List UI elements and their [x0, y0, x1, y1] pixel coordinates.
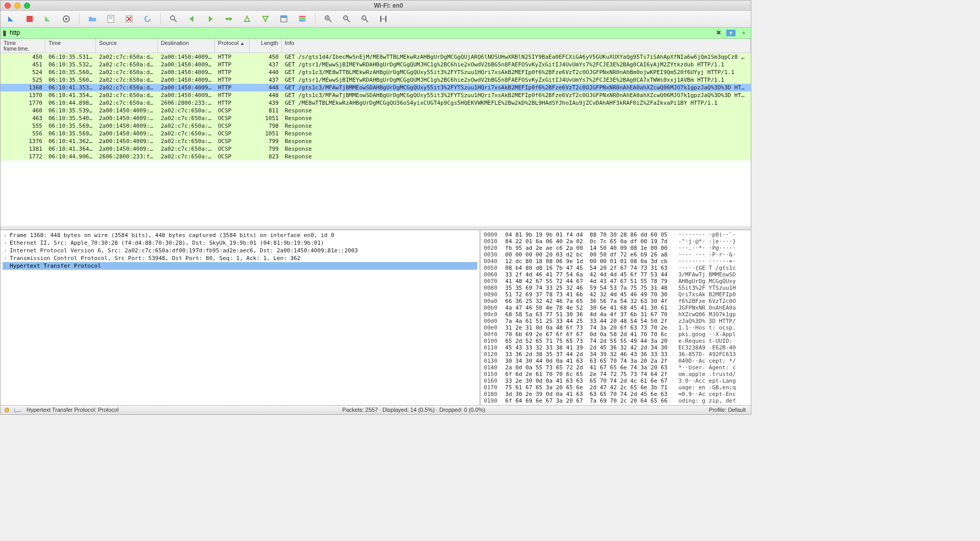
hex-row[interactable]: 00f070 6b 69 2e 67 6f 6f 67 0d 0a 58 2d …: [484, 331, 748, 338]
detail-row[interactable]: Frame 1368: 448 bytes on wire (3584 bits…: [3, 231, 477, 239]
column-header-no-line1[interactable]: Time: [4, 40, 16, 46]
packet-row[interactable]: 137006:10:41.3543022a02:c7c:650a:df0…2a0…: [1, 91, 751, 99]
hex-row[interactable]: 000004 81 9b 19 9b 01 f4 d4 88 70 30 28 …: [484, 231, 748, 238]
detail-row[interactable]: Transmission Control Protocol, Src Port:…: [3, 254, 477, 262]
detail-row[interactable]: Ethernet II, Src: Apple_70:30:28 (f4:d4:…: [3, 239, 477, 247]
hex-row[interactable]: 001084 22 01 6a 06 40 2a 02 0c 7c 65 0a …: [484, 238, 748, 245]
packet-row[interactable]: 52506:10:35.5607722a02:c7c:650a:df0…2a00…: [1, 76, 751, 84]
add-filter-button[interactable]: ＋: [739, 29, 749, 37]
reload-button[interactable]: [142, 13, 153, 25]
close-file-button[interactable]: [124, 13, 135, 25]
go-forward-button[interactable]: [205, 13, 216, 25]
clear-filter-button[interactable]: ✖: [714, 29, 723, 36]
status-left-text: Hypertext Transfer Protocol: Protocol: [27, 407, 118, 413]
svg-rect-1: [27, 16, 33, 22]
status-bar: Hypertext Transfer Protocol: Protocol Pa…: [1, 405, 751, 414]
packet-list-header[interactable]: Time frame.time. Time Source Destination…: [1, 39, 751, 53]
hex-row[interactable]: 007041 48 42 67 55 72 44 67 4d 43 47 67 …: [484, 278, 748, 285]
column-header-no-line2[interactable]: frame.time.: [4, 46, 29, 52]
hex-row[interactable]: 00a066 36 25 32 42 46 7a 65 36 56 7a 54 …: [484, 298, 748, 304]
svg-marker-13: [189, 16, 193, 22]
capture-options-button[interactable]: [61, 13, 72, 25]
open-file-button[interactable]: [87, 13, 98, 25]
hex-row[interactable]: 00b04a 47 46 50 4e 78 4e 52 30 6e 41 68 …: [484, 304, 748, 311]
start-capture-button[interactable]: [6, 13, 17, 25]
hex-row[interactable]: 01803d 30 2e 39 0d 0a 41 63 63 65 70 74 …: [484, 391, 748, 397]
go-back-button[interactable]: [186, 13, 198, 25]
hex-row[interactable]: 016033 2e 30 0d 0a 41 63 63 65 70 74 2d …: [484, 378, 748, 384]
svg-marker-18: [263, 16, 268, 21]
detail-row[interactable]: Hypertext Transfer Protocol: [3, 262, 477, 270]
packet-row[interactable]: 45006:10:35.5314352a02:c7c:650a:df0…2a00…: [1, 53, 751, 61]
filter-bookmark-icon[interactable]: ▮: [3, 29, 7, 37]
maximize-window-button[interactable]: [24, 3, 30, 9]
hex-row[interactable]: 010065 2d 52 65 71 75 65 73 74 2d 55 55 …: [484, 338, 748, 344]
go-first-button[interactable]: [241, 13, 253, 25]
hex-row[interactable]: 01402a 0d 0a 55 73 65 72 2d 41 67 65 6e …: [484, 364, 748, 371]
auto-scroll-button[interactable]: [278, 13, 289, 25]
hex-row[interactable]: 004012 dc 80 18 08 06 9e 1d 00 00 01 01 …: [484, 258, 748, 265]
packet-row[interactable]: 46306:10:35.5400562a00:1450:4009:81…2a02…: [1, 114, 751, 122]
hex-row[interactable]: 005008 b4 80 d8 16 7b 47 45 54 20 2f 67 …: [484, 265, 748, 271]
column-header-protocol[interactable]: Protocol▲: [215, 39, 250, 53]
find-packet-button[interactable]: [168, 13, 179, 25]
edit-capture-comment-icon[interactable]: [14, 408, 22, 412]
column-header-time[interactable]: Time: [45, 39, 96, 53]
svg-rect-21: [299, 16, 305, 17]
column-header-info[interactable]: Info: [282, 39, 751, 53]
hex-row[interactable]: 009051 72 69 37 78 73 41 6b 42 32 4d 45 …: [484, 291, 748, 298]
packet-row[interactable]: 136806:10:41.3536092a02:c7c:650a:df0…2a0…: [1, 84, 751, 91]
hex-row[interactable]: 013030 34 30 44 0d 0a 41 63 63 65 70 74 …: [484, 358, 748, 364]
zoom-in-button[interactable]: [323, 13, 334, 25]
packet-bytes-pane[interactable]: 000004 81 9b 19 9b 01 f4 d4 88 70 30 28 …: [481, 230, 751, 405]
packet-row[interactable]: 46006:10:35.5397612a00:1450:4009:81…2a02…: [1, 107, 751, 114]
packet-row[interactable]: 55506:10:35.5696642a00:1450:4009:81…2a02…: [1, 122, 751, 130]
svg-rect-5: [108, 15, 114, 22]
hex-row[interactable]: 01906f 64 69 6e 67 3a 20 67 7a 69 70 2c …: [484, 397, 748, 404]
svg-line-29: [347, 19, 350, 22]
zoom-out-button[interactable]: [341, 13, 352, 25]
column-header-length[interactable]: Length: [250, 39, 282, 53]
restart-capture-button[interactable]: [42, 13, 54, 25]
hex-row[interactable]: 003000 00 00 00 20 03 d2 bc 00 50 df 72 …: [484, 251, 748, 258]
packet-row[interactable]: 55606:10:35.5696652a00:1450:4009:81…2a02…: [1, 130, 751, 137]
zoom-reset-button[interactable]: 1: [359, 13, 371, 25]
svg-marker-16: [230, 17, 232, 21]
go-to-packet-button[interactable]: [223, 13, 234, 25]
packet-row[interactable]: 138106:10:41.3640292a00:1450:4009:81…2a0…: [1, 145, 751, 153]
svg-line-32: [365, 19, 368, 22]
svg-line-25: [329, 19, 331, 22]
hex-row[interactable]: 012033 36 2d 38 35 37 44 2d 34 39 32 46 …: [484, 351, 748, 358]
stop-capture-button[interactable]: [24, 13, 35, 25]
go-last-button[interactable]: [260, 13, 271, 25]
hex-row[interactable]: 01506f 6d 2e 61 70 70 6c 65 2e 74 72 75 …: [484, 371, 748, 378]
hex-row[interactable]: 006033 2f 4d 46 41 77 54 6a 42 4d 4d 45 …: [484, 271, 748, 278]
hex-row[interactable]: 017075 61 67 65 3a 20 65 6e 2d 47 42 2c …: [484, 384, 748, 391]
hex-row[interactable]: 00e031 2e 31 0d 0a 48 6f 73 74 3a 20 6f …: [484, 324, 748, 331]
colorize-button[interactable]: [297, 13, 308, 25]
packet-row[interactable]: 177006:10:44.8983252a02:c7c:650a:df0…260…: [1, 99, 751, 107]
hex-row[interactable]: 008035 35 69 74 33 25 32 46 59 54 53 7a …: [484, 285, 748, 291]
display-filter-input[interactable]: [10, 29, 711, 36]
save-file-button[interactable]: [105, 13, 116, 25]
status-profile[interactable]: Profile: Default: [709, 407, 751, 413]
packet-details-pane[interactable]: Frame 1368: 448 bytes on wire (3584 bits…: [1, 230, 481, 405]
hex-row[interactable]: 0020fb 95 ad 2e ae c6 2a 00 14 50 40 09 …: [484, 245, 748, 251]
column-header-destination[interactable]: Destination: [158, 39, 215, 53]
close-window-button[interactable]: [5, 3, 11, 9]
hex-row[interactable]: 011045 43 33 32 33 38 41 39 2d 45 36 32 …: [484, 344, 748, 351]
expert-info-icon[interactable]: [5, 408, 9, 412]
resize-columns-button[interactable]: [378, 13, 389, 25]
packet-row[interactable]: 45106:10:35.5320262a02:c7c:650a:df0…2a00…: [1, 61, 751, 68]
packet-row[interactable]: 177206:10:44.9068002606:2800:233:fa0…2a0…: [1, 153, 751, 160]
packet-row[interactable]: 137606:10:41.3621022a00:1450:4009:81…2a0…: [1, 137, 751, 145]
detail-row[interactable]: Internet Protocol Version 6, Src: 2a02:c…: [3, 247, 477, 254]
hex-row[interactable]: 00d07a 4a 61 51 25 33 44 25 33 44 20 48 …: [484, 318, 748, 324]
filter-history-dropdown[interactable]: ▾: [726, 30, 736, 36]
svg-line-12: [174, 19, 177, 22]
column-header-source[interactable]: Source: [96, 39, 158, 53]
packet-row[interactable]: 52406:10:35.5604482a02:c7c:650a:df0…2a00…: [1, 68, 751, 76]
packet-list-body[interactable]: 45006:10:35.5314352a02:c7c:650a:df0…2a00…: [1, 53, 751, 226]
minimize-window-button[interactable]: [14, 3, 20, 9]
hex-row[interactable]: 00c068 58 5a 63 77 51 30 36 4d 4a 4f 37 …: [484, 311, 748, 318]
